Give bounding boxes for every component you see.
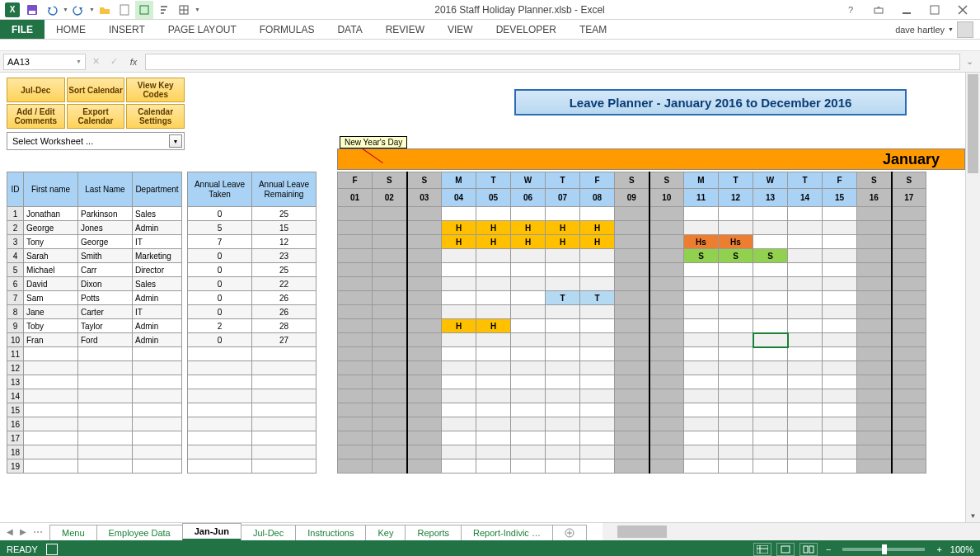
cal-date-header[interactable]: 02 bbox=[373, 189, 407, 207]
cal-cell[interactable]: H bbox=[476, 319, 511, 333]
zoom-in-button[interactable]: + bbox=[933, 544, 945, 554]
cal-cell[interactable] bbox=[373, 207, 407, 221]
cal-cell[interactable] bbox=[719, 291, 753, 305]
cell-first-name[interactable]: George bbox=[24, 221, 78, 235]
cal-cell[interactable] bbox=[511, 319, 546, 333]
cal-cell[interactable] bbox=[407, 375, 442, 389]
cal-day-header[interactable]: W bbox=[753, 172, 788, 189]
cal-cell[interactable]: H bbox=[511, 221, 546, 235]
cell-leave-taken[interactable]: 0 bbox=[188, 333, 252, 347]
user-account[interactable]: dave hartley ▼ bbox=[895, 20, 980, 39]
employee-row-empty[interactable]: 11 bbox=[7, 347, 317, 361]
cal-cell[interactable] bbox=[788, 277, 823, 291]
cell-last-name[interactable]: Smith bbox=[78, 249, 133, 263]
cal-cell[interactable] bbox=[823, 333, 857, 347]
cal-cell[interactable] bbox=[615, 291, 649, 305]
formula-enter-icon[interactable]: ✓ bbox=[106, 56, 122, 67]
cal-cell[interactable] bbox=[546, 361, 580, 375]
cal-cell[interactable] bbox=[892, 207, 926, 221]
cal-day-header[interactable]: S bbox=[892, 172, 926, 189]
cal-cell[interactable] bbox=[546, 445, 580, 459]
cell-empty[interactable] bbox=[24, 347, 78, 361]
cell-department[interactable]: Admin bbox=[133, 319, 182, 333]
employee-row-empty[interactable]: 14 bbox=[7, 389, 317, 403]
cal-cell[interactable] bbox=[857, 235, 892, 249]
cal-cell[interactable] bbox=[823, 277, 857, 291]
sheet-nav-more-icon[interactable]: ⋯ bbox=[31, 526, 45, 538]
cal-cell[interactable] bbox=[684, 389, 719, 403]
cal-cell[interactable] bbox=[788, 305, 823, 319]
cal-cell[interactable] bbox=[649, 389, 684, 403]
cal-cell[interactable] bbox=[338, 305, 373, 319]
cal-cell[interactable] bbox=[857, 417, 892, 431]
cell-empty[interactable] bbox=[252, 375, 317, 389]
undo-dropdown-icon[interactable]: ▼ bbox=[63, 7, 68, 12]
cal-cell[interactable] bbox=[546, 249, 580, 263]
cell-empty[interactable] bbox=[188, 417, 252, 431]
cal-cell[interactable] bbox=[580, 403, 615, 417]
cal-cell[interactable] bbox=[719, 403, 753, 417]
cal-cell[interactable] bbox=[476, 249, 511, 263]
cal-cell[interactable] bbox=[892, 417, 926, 431]
cal-cell[interactable]: H bbox=[442, 319, 476, 333]
cal-cell[interactable] bbox=[615, 459, 649, 474]
cell-empty[interactable] bbox=[252, 431, 317, 445]
cal-cell[interactable] bbox=[823, 389, 857, 403]
cal-cell[interactable] bbox=[511, 389, 546, 403]
cal-cell[interactable] bbox=[788, 291, 823, 305]
cal-cell[interactable] bbox=[823, 207, 857, 221]
cal-cell[interactable] bbox=[892, 389, 926, 403]
sheet-tab[interactable]: Reports bbox=[405, 525, 462, 540]
ribbon-tab-data[interactable]: DATA bbox=[326, 20, 373, 39]
cal-cell[interactable] bbox=[442, 431, 476, 445]
cell-last-name[interactable]: Taylor bbox=[78, 319, 133, 333]
cal-cell[interactable] bbox=[511, 249, 546, 263]
cell-id[interactable]: 1 bbox=[7, 207, 24, 221]
cal-cell[interactable] bbox=[546, 403, 580, 417]
cal-cell[interactable] bbox=[511, 277, 546, 291]
cal-cell[interactable] bbox=[684, 445, 719, 459]
cal-cell[interactable] bbox=[407, 347, 442, 361]
cal-cell[interactable]: H bbox=[511, 235, 546, 249]
qat-save-icon[interactable] bbox=[23, 1, 41, 19]
sheet-nav-prev-icon[interactable]: ◀ bbox=[5, 527, 15, 536]
sheet-tab[interactable]: Instructions bbox=[295, 525, 366, 540]
cal-cell[interactable]: T bbox=[580, 291, 615, 305]
excel-icon[interactable]: X bbox=[3, 1, 21, 19]
ribbon-tab-review[interactable]: REVIEW bbox=[374, 20, 436, 39]
cell-first-name[interactable]: Toby bbox=[24, 319, 78, 333]
cell-leave-taken[interactable]: 0 bbox=[188, 277, 252, 291]
formula-input[interactable] bbox=[145, 54, 960, 70]
cell-department[interactable]: Admin bbox=[133, 221, 182, 235]
cal-cell[interactable] bbox=[546, 207, 580, 221]
formula-bar-expand-icon[interactable]: ⌄ bbox=[962, 56, 977, 67]
cal-cell[interactable] bbox=[788, 221, 823, 235]
cal-cell[interactable] bbox=[719, 319, 753, 333]
cal-cell[interactable] bbox=[719, 347, 753, 361]
fx-icon[interactable]: fx bbox=[124, 54, 143, 70]
cal-cell[interactable] bbox=[580, 333, 615, 347]
cell-empty[interactable] bbox=[133, 431, 182, 445]
cell-last-name[interactable]: Jones bbox=[78, 221, 133, 235]
qat-sort-icon[interactable] bbox=[155, 1, 173, 19]
cal-cell[interactable] bbox=[753, 375, 788, 389]
cell-empty[interactable] bbox=[24, 403, 78, 417]
cal-cell[interactable] bbox=[684, 417, 719, 431]
cal-cell[interactable] bbox=[788, 235, 823, 249]
cell-id[interactable]: 5 bbox=[7, 263, 24, 277]
cal-cell[interactable] bbox=[546, 319, 580, 333]
cal-cell[interactable]: T bbox=[546, 291, 580, 305]
cal-cell[interactable] bbox=[338, 431, 373, 445]
employee-row-empty[interactable]: 12 bbox=[7, 361, 317, 375]
cal-date-header[interactable]: 04 bbox=[442, 189, 476, 207]
cal-cell[interactable] bbox=[615, 389, 649, 403]
cal-cell[interactable] bbox=[580, 445, 615, 459]
cal-cell[interactable] bbox=[719, 389, 753, 403]
cell-empty[interactable] bbox=[133, 417, 182, 431]
ribbon-tab-file[interactable]: FILE bbox=[0, 20, 45, 39]
cal-cell[interactable] bbox=[407, 305, 442, 319]
cell-leave-remaining[interactable]: 15 bbox=[252, 221, 317, 235]
btn-add-edit-comments[interactable]: Add / Edit Comments bbox=[7, 104, 65, 129]
cell-empty[interactable] bbox=[24, 431, 78, 445]
cal-cell[interactable] bbox=[892, 277, 926, 291]
